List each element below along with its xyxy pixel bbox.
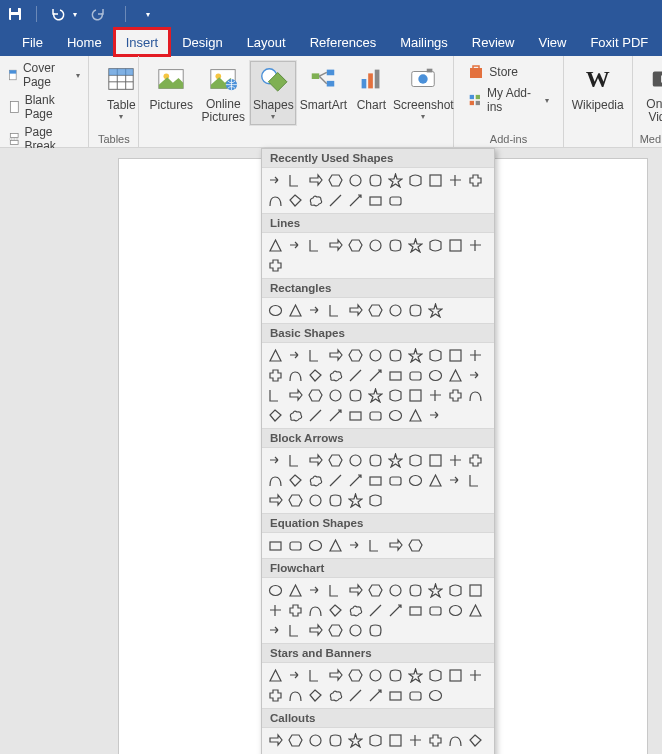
shape-swatch[interactable] (366, 601, 385, 620)
shape-swatch[interactable] (446, 581, 465, 600)
shape-swatch[interactable] (446, 731, 465, 750)
shape-swatch[interactable] (326, 366, 345, 385)
shape-swatch[interactable] (266, 301, 285, 320)
shape-swatch[interactable] (266, 191, 285, 210)
shape-swatch[interactable] (386, 666, 405, 685)
shape-swatch[interactable] (366, 451, 385, 470)
shape-swatch[interactable] (446, 666, 465, 685)
shape-swatch[interactable] (326, 346, 345, 365)
shape-swatch[interactable] (406, 406, 425, 425)
shape-swatch[interactable] (466, 236, 485, 255)
shape-swatch[interactable] (406, 536, 425, 555)
shape-swatch[interactable] (426, 581, 445, 600)
shape-swatch[interactable] (346, 491, 365, 510)
shape-swatch[interactable] (366, 536, 385, 555)
shape-swatch[interactable] (266, 731, 285, 750)
shape-swatch[interactable] (286, 686, 305, 705)
shape-swatch[interactable] (466, 731, 485, 750)
screenshot-button[interactable]: Screenshot ▾ (393, 60, 453, 126)
shape-swatch[interactable] (466, 366, 485, 385)
shape-swatch[interactable] (466, 471, 485, 490)
shape-swatch[interactable] (346, 666, 365, 685)
shape-swatch[interactable] (366, 686, 385, 705)
shape-swatch[interactable] (266, 581, 285, 600)
shape-swatch[interactable] (266, 471, 285, 490)
shape-swatch[interactable] (286, 451, 305, 470)
shape-swatch[interactable] (266, 601, 285, 620)
shape-swatch[interactable] (286, 621, 305, 640)
shape-swatch[interactable] (366, 386, 385, 405)
shape-swatch[interactable] (326, 236, 345, 255)
shape-swatch[interactable] (326, 386, 345, 405)
shape-swatch[interactable] (466, 346, 485, 365)
shape-swatch[interactable] (286, 346, 305, 365)
save-icon[interactable] (6, 5, 24, 23)
shape-swatch[interactable] (386, 301, 405, 320)
tab-design[interactable]: Design (170, 28, 234, 56)
shape-swatch[interactable] (426, 686, 445, 705)
shape-swatch[interactable] (346, 301, 365, 320)
shape-swatch[interactable] (406, 581, 425, 600)
shape-swatch[interactable] (366, 491, 385, 510)
shape-swatch[interactable] (286, 191, 305, 210)
shape-swatch[interactable] (266, 236, 285, 255)
shape-swatch[interactable] (386, 171, 405, 190)
shape-swatch[interactable] (266, 621, 285, 640)
shape-swatch[interactable] (446, 236, 465, 255)
shape-swatch[interactable] (366, 171, 385, 190)
shape-swatch[interactable] (466, 601, 485, 620)
shape-swatch[interactable] (406, 236, 425, 255)
redo-icon[interactable] (89, 5, 107, 23)
shape-swatch[interactable] (406, 471, 425, 490)
wikipedia-button[interactable]: W Wikipedia (570, 60, 626, 114)
shape-swatch[interactable] (306, 471, 325, 490)
tab-review[interactable]: Review (460, 28, 527, 56)
shape-swatch[interactable] (326, 601, 345, 620)
shape-swatch[interactable] (326, 581, 345, 600)
shape-swatch[interactable] (366, 666, 385, 685)
shape-swatch[interactable] (266, 256, 285, 275)
shape-swatch[interactable] (426, 406, 445, 425)
shape-swatch[interactable] (306, 191, 325, 210)
shape-swatch[interactable] (326, 491, 345, 510)
shape-swatch[interactable] (306, 406, 325, 425)
shape-swatch[interactable] (426, 386, 445, 405)
shape-swatch[interactable] (386, 601, 405, 620)
shape-swatch[interactable] (426, 471, 445, 490)
chart-button[interactable]: Chart (349, 60, 393, 126)
shape-swatch[interactable] (446, 386, 465, 405)
shape-swatch[interactable] (466, 581, 485, 600)
shape-swatch[interactable] (286, 301, 305, 320)
shape-swatch[interactable] (386, 236, 405, 255)
tab-layout[interactable]: Layout (235, 28, 298, 56)
tab-file[interactable]: File (10, 28, 55, 56)
shape-swatch[interactable] (326, 731, 345, 750)
my-addins-button[interactable]: My Add-ins ▾ (468, 86, 548, 114)
shape-swatch[interactable] (446, 471, 465, 490)
shape-swatch[interactable] (306, 346, 325, 365)
shape-swatch[interactable] (346, 581, 365, 600)
shape-swatch[interactable] (286, 581, 305, 600)
shape-swatch[interactable] (326, 406, 345, 425)
shape-swatch[interactable] (266, 386, 285, 405)
shape-swatch[interactable] (346, 346, 365, 365)
shape-swatch[interactable] (406, 301, 425, 320)
shape-swatch[interactable] (386, 731, 405, 750)
shape-swatch[interactable] (366, 731, 385, 750)
shape-swatch[interactable] (286, 386, 305, 405)
qat-customize-caret-icon[interactable]: ▾ (146, 10, 150, 19)
shape-swatch[interactable] (286, 601, 305, 620)
shape-swatch[interactable] (386, 536, 405, 555)
shape-swatch[interactable] (306, 666, 325, 685)
shape-swatch[interactable] (306, 236, 325, 255)
shape-swatch[interactable] (306, 686, 325, 705)
shape-swatch[interactable] (406, 601, 425, 620)
shape-swatch[interactable] (466, 451, 485, 470)
shape-swatch[interactable] (366, 236, 385, 255)
shape-swatch[interactable] (346, 686, 365, 705)
shape-swatch[interactable] (426, 601, 445, 620)
shape-swatch[interactable] (306, 451, 325, 470)
blank-page-button[interactable]: Blank Page (6, 92, 82, 122)
shape-swatch[interactable] (346, 471, 365, 490)
pictures-button[interactable]: Pictures (145, 60, 197, 126)
